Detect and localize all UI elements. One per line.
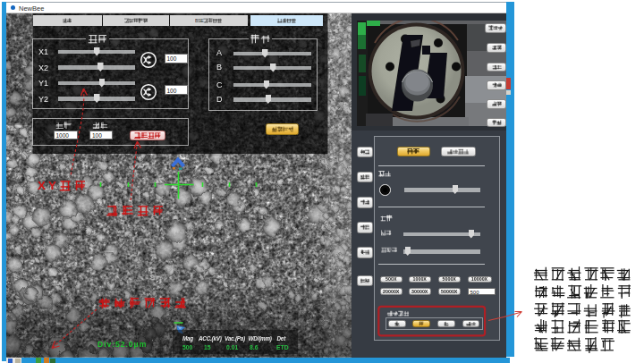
svg-text:Y: Y [48, 179, 56, 192]
svg-text:X: X [38, 179, 46, 192]
